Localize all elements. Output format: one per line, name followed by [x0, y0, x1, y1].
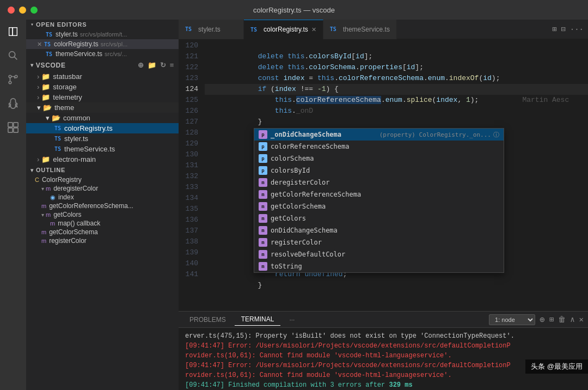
tree-storage[interactable]: › 📁 storage — [26, 82, 179, 92]
minimize-button[interactable] — [19, 7, 26, 14]
editor-layout-icon[interactable]: ⊟ — [561, 25, 565, 34]
autocomplete-popup[interactable]: p _onDidChangeSchema (property) ColorReg… — [254, 128, 504, 273]
delete-terminal-icon[interactable]: 🗑 — [558, 315, 566, 324]
chevron-up-icon[interactable]: ∧ — [570, 315, 574, 324]
line-num: 130 — [179, 149, 198, 160]
collapse-icon[interactable]: ≡ — [170, 61, 174, 69]
tab-styler[interactable]: TS styler.ts — [179, 20, 244, 39]
open-editor-colorregistry[interactable]: ✕ TS colorRegistry.ts src/vs/pl... — [26, 39, 179, 49]
line-num: 139 — [179, 247, 198, 258]
open-editor-themeservice[interactable]: TS themeService.ts src/vs/... — [26, 49, 179, 59]
autocomplete-item[interactable]: p colorsById — [254, 164, 504, 176]
open-editors-header[interactable]: ▾ OPEN EDITORS — [26, 20, 179, 29]
tree-theme[interactable]: ▾ 📂 theme — [26, 102, 179, 113]
tree-styler[interactable]: TS styler.ts — [26, 133, 179, 144]
autocomplete-item[interactable]: m onDidChangeSchema — [254, 224, 504, 236]
ac-label: deregisterColor — [271, 179, 499, 186]
autocomplete-item[interactable]: m getColorSchema — [254, 200, 504, 212]
node-select[interactable]: 1: node — [489, 314, 535, 325]
maximize-button[interactable] — [30, 7, 38, 14]
tab-bar: TS styler.ts TS colorRegistry.ts ✕ TS th… — [179, 20, 588, 39]
outline-getcolors[interactable]: ▾ m getColors — [26, 210, 179, 219]
split-editor-icon[interactable]: ⊞ — [552, 25, 556, 34]
terminal-content[interactable]: erver.ts(475,15): Property 'isBuilt' doe… — [179, 328, 588, 390]
tree-common[interactable]: ▾ 📂 common — [26, 113, 179, 123]
editor-area: TS styler.ts TS colorRegistry.ts ✕ TS th… — [179, 20, 588, 390]
tab-themeservice[interactable]: TS themeService.ts — [323, 20, 397, 39]
method-icon: m — [259, 214, 267, 223]
terminal-line: rovider.ts(10,61): Cannot find module 'v… — [185, 351, 581, 361]
autocomplete-item[interactable]: m getColors — [254, 212, 504, 224]
outline-getcolorschema[interactable]: m getColorSchema — [26, 228, 179, 236]
ac-label: colorReferenceSchema — [271, 143, 499, 150]
tab-problems[interactable]: PROBLEMS — [183, 314, 232, 326]
code-line: this._onD — [205, 117, 588, 127]
outline-getcolorrefschema[interactable]: m getColorReferenceSchema... — [26, 202, 179, 210]
tree-electron-main[interactable]: › 📁 electron-main — [26, 154, 179, 164]
new-folder-icon[interactable]: 📁 — [148, 61, 157, 69]
svg-point-5 — [9, 81, 11, 84]
outline-index[interactable]: ◉ index — [26, 193, 179, 202]
outline-label: registerColor — [49, 237, 87, 245]
close-icon[interactable]: ✕ — [37, 41, 42, 48]
code-content[interactable]: delete this.colorsById[id]; delete this.… — [205, 39, 588, 311]
sidebar-item-extensions[interactable] — [5, 120, 21, 135]
tab-label: colorRegistry.ts — [264, 26, 308, 33]
traffic-lights[interactable] — [8, 7, 38, 14]
split-terminal-icon[interactable]: ⊞ — [549, 315, 554, 324]
method-icon: m — [259, 250, 267, 259]
add-terminal-icon[interactable]: ⊕ — [540, 314, 545, 325]
tree-item-label: telemetry — [53, 93, 82, 101]
ac-label: registerColor — [271, 239, 499, 246]
tab-close-icon[interactable]: ✕ — [311, 26, 316, 33]
terminal-line: [09:41:47] Finished compilation with 3 e… — [185, 380, 581, 390]
new-file-icon[interactable]: ⊕ — [138, 61, 144, 69]
sidebar-item-source-control[interactable] — [5, 72, 21, 87]
outline-label: ColorRegistry — [42, 176, 82, 184]
autocomplete-item[interactable]: p colorSchema — [254, 153, 504, 164]
autocomplete-item[interactable]: m deregisterColor — [254, 176, 504, 188]
tab-colorregistry[interactable]: TS colorRegistry.ts ✕ — [244, 20, 323, 39]
sidebar-item-search[interactable] — [5, 48, 21, 63]
info-icon[interactable]: ⓘ — [493, 131, 499, 139]
line-num: 123 — [179, 73, 198, 84]
outline-registercolor[interactable]: m registerColor — [26, 236, 179, 245]
outline-colorregistry[interactable]: C ColorRegistry — [26, 175, 179, 184]
close-button[interactable] — [8, 7, 15, 14]
outline-header[interactable]: ▾ OUTLINE — [26, 164, 179, 175]
ac-label: getColors — [271, 215, 499, 222]
svg-rect-8 — [14, 123, 18, 127]
autocomplete-item[interactable]: m registerColor — [254, 236, 504, 248]
tab-terminal[interactable]: TERMINAL — [235, 313, 281, 326]
tree-themeservice[interactable]: TS themeService.ts — [26, 144, 179, 154]
property-icon: p — [259, 166, 267, 175]
method-icon: m — [259, 202, 267, 211]
outline-deregistercolor[interactable]: ▾ m deregisterColor — [26, 184, 179, 193]
terminal-label: TERMINAL — [241, 315, 274, 323]
tree-statusbar[interactable]: › 📁 statusbar — [26, 71, 179, 82]
autocomplete-item[interactable]: m getColorReferenceSchema — [254, 188, 504, 200]
outline-map-callback[interactable]: m map() callback — [26, 219, 179, 228]
tree-item-label: electron-main — [53, 155, 96, 163]
autocomplete-item[interactable]: m resolveDefaultColor — [254, 248, 504, 260]
code-editor[interactable]: 120 121 122 123 124 125 126 127 128 129 … — [179, 39, 588, 311]
watermark-text: 头条 @最美应用 — [531, 362, 583, 370]
open-editor-styler[interactable]: TS styler.ts src/vs/platform/t... — [26, 29, 179, 39]
tree-telemetry[interactable]: › 📁 telemetry — [26, 92, 179, 102]
explorer-header[interactable]: ▾ VSCODE ⊕ 📁 ↻ ≡ — [26, 59, 179, 71]
property-icon: p — [259, 130, 267, 139]
autocomplete-item[interactable]: m toString — [254, 260, 504, 272]
tab-more[interactable]: ··· — [283, 314, 301, 326]
sidebar-item-debug[interactable] — [5, 96, 21, 111]
folder-icon: 📁 — [41, 72, 50, 81]
autocomplete-item[interactable]: p _onDidChangeSchema (property) ColorReg… — [254, 129, 504, 141]
refresh-icon[interactable]: ↻ — [160, 61, 167, 69]
outline-label: index — [58, 193, 74, 201]
sidebar-item-explorer[interactable] — [5, 24, 21, 39]
tree-colorregistry[interactable]: TS colorRegistry.ts — [26, 123, 179, 133]
autocomplete-item[interactable]: p colorReferenceSchema — [254, 141, 504, 153]
more-actions-icon[interactable]: ··· — [570, 25, 584, 34]
sidebar: ▾ OPEN EDITORS TS styler.ts src/vs/platf… — [26, 20, 179, 390]
close-terminal-icon[interactable]: ✕ — [579, 315, 584, 324]
line-num-active: 124 — [179, 84, 198, 95]
